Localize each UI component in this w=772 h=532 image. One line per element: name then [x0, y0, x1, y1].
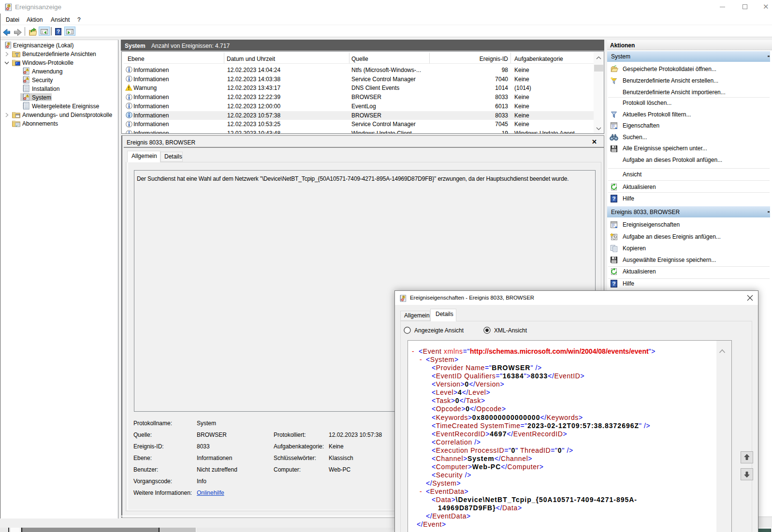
- svg-text:?: ?: [57, 29, 60, 34]
